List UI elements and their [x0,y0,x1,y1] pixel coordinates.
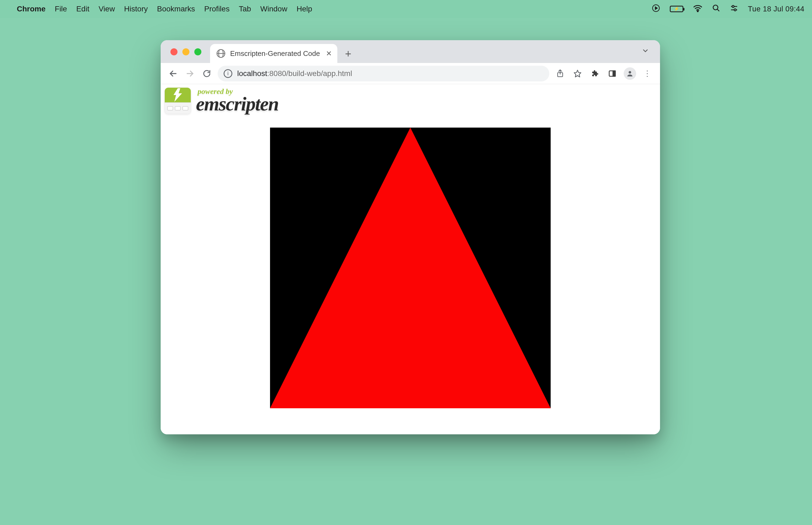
menu-view[interactable]: View [98,5,115,13]
menu-edit[interactable]: Edit [76,5,89,13]
macos-menubar: Chrome File Edit View History Bookmarks … [0,0,812,18]
red-triangle-shape [270,127,551,408]
browser-toolbar: i localhost:8080/build-web/app.html ⋮ [161,63,660,84]
profile-avatar[interactable] [624,67,636,80]
control-center-icon[interactable] [730,4,738,14]
tab-title: Emscripten-Generated Code [230,49,320,58]
menu-tab[interactable]: Tab [239,5,251,13]
menu-window[interactable]: Window [260,5,287,13]
svg-marker-12 [574,70,581,77]
wifi-icon[interactable] [693,4,702,14]
url-text: localhost:8080/build-web/app.html [237,69,352,78]
url-path: :8080/build-web/app.html [267,69,352,78]
chrome-window: Emscripten-Generated Code ✕ + i localhos… [161,40,660,434]
side-panel-icon[interactable] [606,68,618,79]
window-minimize-button[interactable] [182,48,189,55]
site-info-icon[interactable]: i [224,69,232,78]
menubar-app-name[interactable]: Chrome [17,5,46,13]
tab-strip: Emscripten-Generated Code ✕ + [161,40,660,63]
window-maximize-button[interactable] [194,48,201,55]
emscripten-logo-icon [165,87,191,114]
webgl-canvas[interactable] [270,127,551,408]
share-icon[interactable] [554,68,566,79]
url-host: localhost [237,69,267,78]
svg-marker-17 [173,88,182,102]
globe-icon [217,49,225,58]
svg-marker-1 [655,7,657,10]
menu-history[interactable]: History [124,5,148,13]
svg-line-4 [717,9,719,11]
menu-profiles[interactable]: Profiles [204,5,230,13]
reload-button[interactable] [201,68,213,79]
menu-file[interactable]: File [55,5,67,13]
address-bar[interactable]: i localhost:8080/build-web/app.html [218,66,549,81]
chrome-menu-button[interactable]: ⋮ [642,68,654,79]
battery-icon[interactable]: ⚡ [670,6,683,12]
browser-tab[interactable]: Emscripten-Generated Code ✕ [210,44,337,63]
page-content: powered by emscripten [161,84,660,434]
svg-rect-15 [613,71,615,76]
spotlight-icon[interactable] [712,4,720,14]
new-tab-button[interactable]: + [341,46,356,61]
svg-point-2 [697,11,698,12]
tab-close-button[interactable]: ✕ [326,49,332,58]
svg-point-16 [629,71,631,73]
tab-overflow-button[interactable] [639,44,652,59]
svg-point-3 [713,5,718,10]
menu-help[interactable]: Help [297,5,312,13]
window-controls [170,48,201,55]
svg-point-6 [732,5,734,7]
svg-point-8 [734,9,736,11]
emscripten-banner: powered by emscripten [165,87,278,114]
extensions-icon[interactable] [589,68,601,79]
bookmark-star-icon[interactable] [571,68,583,79]
forward-button[interactable] [184,68,196,79]
window-close-button[interactable] [170,48,178,55]
emscripten-wordmark: emscripten [196,94,278,114]
back-button[interactable] [167,68,179,79]
now-playing-icon[interactable] [652,4,660,14]
menu-bookmarks[interactable]: Bookmarks [157,5,195,13]
menubar-clock[interactable]: Tue 18 Jul 09:44 [748,5,805,13]
